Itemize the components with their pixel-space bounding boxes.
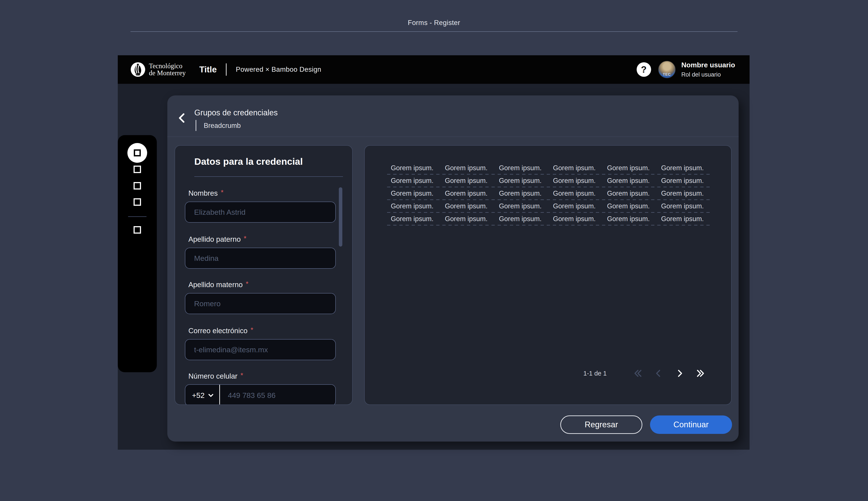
- table-cell: Gorem ipsum.: [445, 190, 499, 198]
- table-cell: Gorem ipsum.: [499, 164, 553, 172]
- square-icon: [134, 149, 141, 157]
- table-cell: Gorem ipsum.: [553, 164, 607, 172]
- previous-page-icon[interactable]: [652, 366, 665, 380]
- avatar[interactable]: TEC: [658, 61, 676, 78]
- field-label: Nombres: [188, 189, 218, 198]
- country-code-select[interactable]: +52: [185, 385, 219, 405]
- table-row: Gorem ipsum.Gorem ipsum.Gorem ipsum.Gore…: [387, 200, 712, 212]
- row-divider: [387, 225, 712, 225]
- sidebar-item-5[interactable]: [133, 226, 141, 234]
- table-row: Gorem ipsum.Gorem ipsum.Gorem ipsum.Gore…: [387, 187, 712, 199]
- table-cell: Gorem ipsum.: [445, 202, 499, 210]
- continue-button[interactable]: Continuar: [650, 415, 732, 434]
- required-asterisk: *: [221, 189, 224, 196]
- sidebar-item-1-active[interactable]: [128, 143, 147, 163]
- country-code-value: +52: [192, 391, 205, 399]
- table-cell: Gorem ipsum.: [499, 177, 553, 185]
- sidebar: [118, 135, 157, 372]
- breadcrumb-title: Grupos de credenciales: [194, 108, 278, 117]
- app-header: Tecnológico de Monterrey Title Powered ×…: [118, 55, 750, 84]
- table-row: Gorem ipsum.Gorem ipsum.Gorem ipsum.Gore…: [387, 162, 712, 174]
- table-cell: Gorem ipsum.: [391, 177, 445, 185]
- table-cell: Gorem ipsum.: [445, 177, 499, 185]
- field-nombres: Nombres*: [175, 189, 352, 198]
- table-cell: Gorem ipsum.: [499, 202, 553, 210]
- form-title: Datos para la credencial: [194, 156, 303, 167]
- table-cell: Gorem ipsum.: [607, 177, 661, 185]
- page: Forms - Register Tecnológico de Monterre…: [0, 0, 868, 501]
- avatar-text: TEC: [663, 72, 671, 77]
- logo-line2: de Monterrey: [149, 70, 186, 76]
- field-correo: Correo electrónico*: [175, 326, 352, 335]
- field-apellido-materno: Apellido materno*: [175, 280, 352, 289]
- sidebar-item-4[interactable]: [133, 198, 141, 206]
- logo-line1: Tecnológico: [149, 63, 186, 70]
- table-cell: Gorem ipsum.: [661, 177, 715, 185]
- table-cell: Gorem ipsum.: [607, 202, 661, 210]
- next-page-icon[interactable]: [673, 366, 687, 380]
- table-cell: Gorem ipsum.: [607, 164, 661, 172]
- table-cell: Gorem ipsum.: [553, 215, 607, 223]
- first-page-icon[interactable]: [631, 366, 645, 380]
- table-cell: Gorem ipsum.: [391, 190, 445, 198]
- table-cell: Gorem ipsum.: [553, 190, 607, 198]
- field-numero-celular: Número celular* +52: [175, 372, 352, 380]
- table-cell: Gorem ipsum.: [553, 177, 607, 185]
- table-row: Gorem ipsum.Gorem ipsum.Gorem ipsum.Gore…: [387, 213, 712, 225]
- table-cell: Gorem ipsum.: [445, 215, 499, 223]
- required-asterisk: *: [246, 280, 249, 288]
- table-cell: Gorem ipsum.: [607, 215, 661, 223]
- top-divider: [130, 31, 738, 32]
- user-role: Rol del usuario: [681, 71, 735, 78]
- user-name: Nombre usuario: [681, 61, 735, 69]
- user-info: Nombre usuario Rol del usuario: [681, 61, 735, 78]
- last-page-icon[interactable]: [694, 366, 708, 380]
- page-title: Forms - Register: [0, 19, 868, 27]
- correo-input[interactable]: [185, 339, 336, 360]
- table-cell: Gorem ipsum.: [391, 164, 445, 172]
- table-cell: Gorem ipsum.: [445, 164, 499, 172]
- nombres-input[interactable]: [185, 202, 336, 223]
- powered-by-label: Powered × Bamboo Design: [236, 66, 321, 74]
- required-asterisk: *: [241, 372, 243, 379]
- apellido-materno-input[interactable]: [185, 293, 336, 314]
- results-table-panel: Gorem ipsum.Gorem ipsum.Gorem ipsum.Gore…: [364, 145, 731, 405]
- field-label: Apellido paterno: [188, 235, 241, 244]
- logo-wordmark: Tecnológico de Monterrey: [149, 63, 186, 76]
- table-cell: Gorem ipsum.: [553, 202, 607, 210]
- app-window: Tecnológico de Monterrey Title Powered ×…: [118, 55, 750, 450]
- phone-field: +52: [185, 384, 336, 405]
- numero-celular-input[interactable]: [220, 385, 335, 405]
- field-apellido-paterno: Apellido paterno*: [175, 235, 352, 244]
- form-title-divider: [194, 177, 343, 177]
- table-cell: Gorem ipsum.: [661, 202, 715, 210]
- card-divider: [167, 137, 739, 137]
- help-icon: ?: [641, 64, 647, 75]
- header-right: ? TEC Nombre usuario Rol del usuario: [637, 61, 735, 78]
- credential-form-panel: Datos para la credencial Nombres* Apelli…: [175, 145, 352, 405]
- table-row: Gorem ipsum.Gorem ipsum.Gorem ipsum.Gore…: [387, 174, 712, 186]
- apellido-paterno-input[interactable]: [185, 248, 336, 269]
- pagination-range-label: 1-1 de 1: [583, 370, 607, 377]
- table-cell: Gorem ipsum.: [391, 202, 445, 210]
- sidebar-item-2[interactable]: [133, 166, 141, 173]
- required-asterisk: *: [251, 326, 253, 334]
- back-button[interactable]: Regresar: [560, 415, 642, 434]
- required-asterisk: *: [244, 235, 247, 242]
- table-cell: Gorem ipsum.: [499, 190, 553, 198]
- field-label: Correo electrónico: [188, 327, 248, 335]
- main-card: Grupos de credenciales Breadcrumb Datos …: [167, 95, 739, 441]
- help-button[interactable]: ?: [637, 62, 651, 77]
- table-cell: Gorem ipsum.: [499, 215, 553, 223]
- breadcrumb[interactable]: Breadcrumb: [204, 122, 241, 130]
- field-label: Apellido materno: [188, 280, 243, 289]
- table-cell: Gorem ipsum.: [607, 190, 661, 198]
- table-cell: Gorem ipsum.: [661, 164, 715, 172]
- app-title: Title: [199, 65, 217, 74]
- table-cell: Gorem ipsum.: [391, 215, 445, 223]
- sidebar-item-3[interactable]: [133, 182, 141, 190]
- header-divider: [226, 63, 227, 76]
- table-cell: Gorem ipsum.: [661, 190, 715, 198]
- back-icon[interactable]: [176, 112, 187, 124]
- tec-logo-icon: [130, 62, 145, 77]
